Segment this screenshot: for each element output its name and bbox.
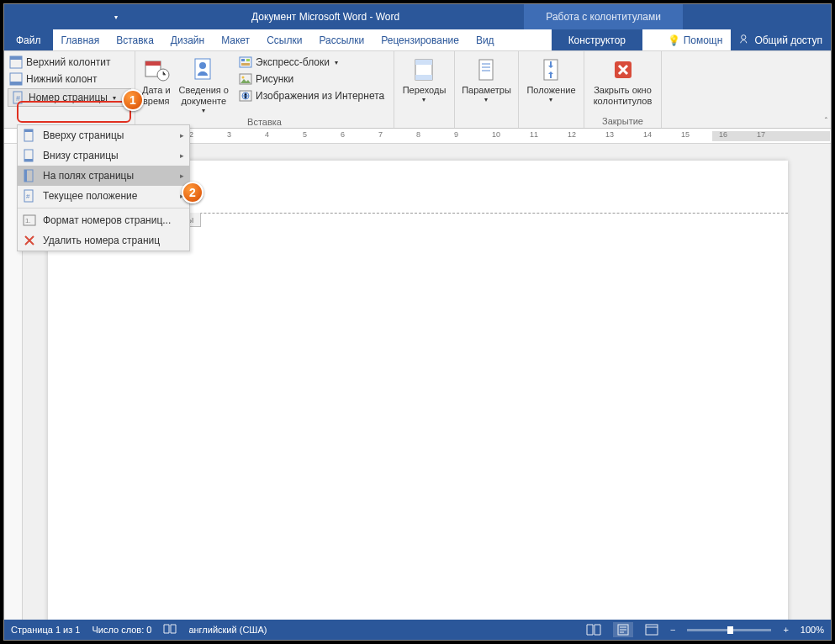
chevron-down-icon: ▾ bbox=[114, 13, 118, 21]
pictures-button[interactable]: Рисунки bbox=[237, 71, 386, 87]
tab-insert[interactable]: Вставка bbox=[108, 29, 162, 50]
qat-customize[interactable]: ▾ bbox=[110, 6, 122, 28]
share-icon bbox=[739, 33, 751, 47]
zoom-level[interactable]: 100% bbox=[801, 625, 824, 635]
page-number-button[interactable]: #Номер страницы▾ bbox=[8, 88, 131, 107]
svg-rect-16 bbox=[246, 59, 250, 61]
annotation-badge-1: 1 bbox=[122, 89, 144, 111]
menu-current-position[interactable]: #Текущее положение▸ bbox=[18, 186, 189, 206]
close-header-footer-button[interactable]: Закрыть окноколонтитулов bbox=[590, 55, 656, 108]
svg-rect-4 bbox=[10, 56, 22, 60]
header-icon bbox=[9, 55, 23, 69]
svg-rect-6 bbox=[10, 82, 22, 85]
submenu-arrow-icon: ▸ bbox=[180, 131, 184, 140]
menu-page-margins[interactable]: На полях страницы▸ bbox=[18, 166, 189, 186]
page-bottom-icon bbox=[23, 149, 36, 162]
svg-rect-10 bbox=[145, 61, 161, 66]
group-label-close: Закрытие bbox=[588, 116, 658, 128]
date-time-button[interactable]: Дата ивремя bbox=[139, 55, 174, 108]
status-language[interactable]: английский (США) bbox=[188, 625, 267, 635]
docinfo-icon bbox=[190, 56, 217, 83]
tab-view[interactable]: Вид bbox=[468, 29, 503, 50]
title-bar: ▾ Документ Microsoft Word - Word Работа … bbox=[4, 4, 831, 29]
collapse-ribbon-button[interactable]: ˆ bbox=[825, 117, 827, 126]
menu-remove-page-numbers[interactable]: Удалить номера страниц bbox=[18, 230, 189, 251]
page-number-menu: Вверху страницы▸ Внизу страницы▸ На поля… bbox=[17, 124, 190, 251]
svg-rect-25 bbox=[479, 60, 493, 80]
svg-rect-17 bbox=[241, 63, 250, 66]
quick-parts-button[interactable]: Экспресс-блоки▾ bbox=[237, 55, 386, 70]
page-margins-icon bbox=[23, 169, 36, 182]
tab-file[interactable]: Файл bbox=[4, 29, 53, 50]
undo-button[interactable] bbox=[34, 6, 58, 28]
zoom-out[interactable]: − bbox=[670, 625, 675, 635]
menu-bottom-of-page[interactable]: Внизу страницы▸ bbox=[18, 145, 189, 166]
goto-icon bbox=[410, 56, 437, 83]
svg-rect-24 bbox=[415, 75, 432, 80]
quick-access-toolbar: ▾ bbox=[4, 6, 127, 28]
close-button[interactable] bbox=[794, 4, 831, 29]
view-web[interactable] bbox=[645, 624, 658, 636]
minimize-button[interactable] bbox=[720, 4, 757, 29]
svg-rect-33 bbox=[24, 159, 33, 161]
lightbulb-icon: 💡 bbox=[668, 34, 680, 46]
context-tools-label: Работа с колонтитулами bbox=[524, 4, 683, 29]
position-button[interactable]: Положение▾ bbox=[523, 55, 579, 106]
goto-button[interactable]: Переходы▾ bbox=[399, 55, 450, 106]
picture-icon bbox=[239, 72, 252, 86]
quickparts-icon bbox=[239, 55, 252, 69]
new-doc-button[interactable] bbox=[85, 6, 108, 28]
svg-point-13 bbox=[199, 62, 206, 69]
svg-rect-15 bbox=[241, 59, 245, 61]
maximize-button[interactable] bbox=[757, 4, 794, 29]
view-read[interactable] bbox=[586, 624, 601, 636]
header-button[interactable]: Верхний колонтит bbox=[8, 55, 131, 70]
ribbon-tabs: Файл Главная Вставка Дизайн Макет Ссылки… bbox=[4, 29, 831, 51]
window-title: Документ Microsoft Word - Word bbox=[127, 11, 524, 23]
svg-rect-31 bbox=[24, 129, 33, 132]
zoom-in[interactable]: + bbox=[783, 625, 788, 635]
view-print[interactable] bbox=[613, 622, 633, 637]
svg-point-2 bbox=[742, 35, 746, 40]
tab-mailings[interactable]: Рассылки bbox=[310, 29, 373, 50]
svg-rect-23 bbox=[415, 60, 432, 65]
chevron-down-icon: ▾ bbox=[549, 96, 552, 104]
annotation-badge-2: 2 bbox=[182, 182, 203, 203]
redo-button[interactable] bbox=[60, 6, 83, 28]
svg-point-19 bbox=[242, 77, 245, 79]
svg-text:#: # bbox=[26, 193, 30, 200]
page-top-icon bbox=[23, 129, 36, 142]
current-pos-icon: # bbox=[23, 189, 36, 203]
ribbon-options-button[interactable] bbox=[683, 4, 720, 29]
doc-info-button[interactable]: Сведения одокументе▾ bbox=[176, 55, 232, 117]
tab-design[interactable]: Дизайн bbox=[162, 29, 213, 50]
tab-designer-context[interactable]: Конструктор bbox=[552, 29, 642, 50]
menu-format-page-numbers[interactable]: 1.Формат номеров страниц... bbox=[18, 210, 189, 230]
svg-rect-29 bbox=[646, 625, 658, 635]
status-spellcheck[interactable] bbox=[163, 624, 177, 636]
share-button[interactable]: Общий доступ bbox=[731, 29, 831, 50]
online-picture-icon bbox=[239, 89, 252, 103]
status-bar: Страница 1 из 1 Число слов: 0 английский… bbox=[4, 620, 831, 640]
svg-rect-35 bbox=[24, 170, 27, 182]
online-pictures-button[interactable]: Изображения из Интернета bbox=[237, 88, 386, 103]
menu-top-of-page[interactable]: Вверху страницы▸ bbox=[18, 125, 189, 145]
status-page[interactable]: Страница 1 из 1 bbox=[11, 625, 80, 635]
chevron-down-icon: ▾ bbox=[113, 94, 116, 102]
save-button[interactable] bbox=[9, 6, 33, 28]
tell-me[interactable]: 💡Помощн bbox=[659, 29, 732, 50]
status-words[interactable]: Число слов: 0 bbox=[92, 625, 151, 635]
calendar-icon bbox=[143, 56, 170, 83]
params-icon bbox=[473, 56, 499, 83]
tab-review[interactable]: Рецензирование bbox=[373, 29, 468, 50]
tab-home[interactable]: Главная bbox=[53, 29, 108, 50]
svg-text:#: # bbox=[16, 94, 20, 103]
tab-layout[interactable]: Макет bbox=[213, 29, 258, 50]
zoom-slider[interactable] bbox=[687, 629, 771, 631]
footer-button[interactable]: Нижний колонт bbox=[8, 71, 131, 87]
book-icon bbox=[163, 624, 177, 636]
svg-text:1.: 1. bbox=[25, 217, 31, 224]
params-button[interactable]: Параметры▾ bbox=[458, 55, 515, 106]
position-icon bbox=[537, 56, 564, 83]
tab-references[interactable]: Ссылки bbox=[258, 29, 310, 50]
